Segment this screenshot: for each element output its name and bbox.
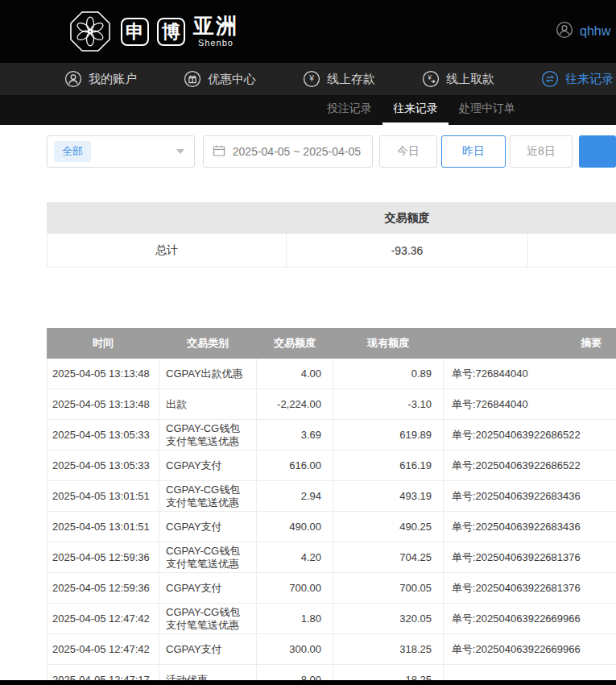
nav-label: 线上存款: [327, 72, 375, 87]
page: 申 博 亚洲 Shenbo qhhw: [0, 0, 616, 685]
cell-amount: 4.00: [257, 359, 333, 389]
type-select[interactable]: 全部: [47, 135, 195, 168]
top-header: 申 博 亚洲 Shenbo qhhw: [0, 0, 616, 63]
cell-type: CGPAY-CG钱包支付笔笔送优惠: [159, 542, 257, 573]
calendar-icon: [213, 144, 225, 160]
tab-label: 投注记录: [327, 102, 372, 116]
nav-label: 线上取款: [446, 72, 494, 87]
cell-type: CGPAY-CG钱包支付笔笔送优惠: [159, 604, 257, 634]
cell-amount: 4.20: [257, 542, 333, 573]
cell-type: 出款: [159, 389, 257, 420]
yesterday-button[interactable]: 昨日: [441, 135, 506, 168]
tab-transaction-records[interactable]: 往来记录: [382, 95, 449, 125]
nav-label: 优惠中心: [208, 72, 256, 87]
cell-time: 2025-04-05 13:13:48: [48, 359, 159, 389]
nav-item-deposit[interactable]: ¥ 线上存款: [303, 70, 375, 88]
chevron-down-icon: [176, 149, 184, 154]
cell-summary: 单号:202504063922681376: [444, 573, 616, 604]
table-row: 2025-04-05 13:13:48 出款 -2,224.00 -3.10 单…: [48, 389, 616, 420]
nav-label: 往来记录: [565, 72, 614, 87]
cell-type: CGPAY-CG钱包支付笔笔送优惠: [159, 420, 257, 450]
cell-time: 2025-04-05 13:05:33: [48, 450, 159, 481]
nav-item-promotions[interactable]: 优惠中心: [184, 70, 256, 88]
nav-label: 我的账户: [89, 72, 137, 87]
cell-balance: 490.25: [333, 512, 444, 542]
table-header-row: 时间 交易类别 交易额度 现有额度 摘要: [48, 329, 616, 359]
summary-header-empty: [48, 203, 287, 234]
main-nav: 我的账户 优惠中心 ¥ 线上存款: [0, 63, 616, 95]
cell-time: 2025-04-05 12:59:36: [48, 542, 159, 573]
cell-time: 2025-04-05 12:47:42: [48, 634, 159, 665]
cell-type: CGPAY支付: [159, 573, 257, 604]
cell-balance: 619.89: [333, 420, 444, 450]
nav-item-withdraw[interactable]: ¥ 线上取款: [422, 70, 494, 88]
cell-type: CGPAY支付: [159, 634, 257, 665]
summary-total-label: 总计: [48, 234, 287, 268]
cell-summary: 单号:726844040: [444, 359, 616, 389]
svg-text:¥: ¥: [427, 74, 432, 81]
cell-balance: 0.89: [333, 359, 444, 389]
last-8-days-button[interactable]: 近8日: [510, 135, 573, 168]
cell-summary: 单号:202504063922686522: [444, 420, 616, 450]
account-icon: [64, 70, 82, 88]
table-row: 2025-04-05 12:59:36 CGPAY支付 700.00 700.0…: [48, 573, 616, 604]
col-header-amount: 交易额度: [257, 329, 333, 359]
table-row: 2025-04-05 12:47:42 CGPAY-CG钱包支付笔笔送优惠 1.…: [48, 604, 616, 634]
records-icon: [541, 70, 559, 88]
cell-time: 2025-04-05 13:13:48: [48, 389, 159, 420]
logo-char-bo: 博: [157, 18, 185, 46]
cell-amount: 1.80: [257, 604, 333, 634]
cell-type: CGPAY支付: [159, 512, 257, 542]
tab-processing-orders[interactable]: 处理中订单: [449, 95, 526, 125]
summary-empty-cell: [528, 234, 616, 268]
sub-nav: 投注记录 往来记录 处理中订单: [0, 95, 616, 125]
withdraw-icon: ¥: [422, 70, 440, 88]
cell-balance: 493.19: [333, 481, 444, 512]
deposit-icon: ¥: [303, 70, 320, 88]
cell-time: 2025-04-05 13:01:51: [48, 481, 159, 512]
cell-balance: 616.19: [333, 450, 444, 481]
search-button-partial[interactable]: [579, 135, 616, 168]
bottom-bar: [0, 680, 616, 685]
cell-time: 2025-04-05 13:01:51: [48, 512, 159, 542]
cell-summary: 单号:202504063922669966: [444, 604, 616, 634]
tab-label: 处理中订单: [459, 102, 515, 116]
table-row: 2025-04-05 13:01:51 CGPAY-CG钱包支付笔笔送优惠 2.…: [48, 481, 616, 512]
cell-type: CGPAY-CG钱包支付笔笔送优惠: [159, 481, 257, 512]
cell-amount: 490.00: [257, 512, 333, 542]
type-select-value[interactable]: 全部: [54, 141, 91, 162]
col-header-summary: 摘要: [444, 329, 616, 359]
cell-amount: -2,224.00: [257, 389, 333, 420]
table-row: 2025-04-05 12:47:42 CGPAY支付 300.00 318.2…: [48, 634, 616, 665]
logo-region-text: 亚洲: [193, 15, 238, 36]
cell-balance: -3.10: [333, 389, 444, 420]
svg-text:¥: ¥: [308, 74, 314, 83]
logo-latin-text: Shenbo: [198, 39, 234, 48]
tab-label: 往来记录: [393, 102, 438, 116]
flower-logo-icon: [68, 9, 113, 54]
tab-betting-records[interactable]: 投注记录: [316, 95, 382, 125]
cell-type: CGPAY出款优惠: [159, 359, 257, 389]
table-row: 2025-04-05 13:13:48 CGPAY出款优惠 4.00 0.89 …: [48, 359, 616, 389]
date-range-input[interactable]: 2025-04-05 ~ 2025-04-05: [203, 135, 373, 168]
table-row: 2025-04-05 12:59:36 CGPAY-CG钱包支付笔笔送优惠 4.…: [48, 542, 616, 573]
today-button[interactable]: 今日: [379, 135, 437, 168]
cell-amount: 300.00: [257, 634, 333, 665]
cell-time: 2025-04-05 12:59:36: [48, 573, 159, 604]
cell-balance: 320.05: [333, 604, 444, 634]
cell-summary: 单号:202504063922669966: [444, 634, 616, 665]
user-account-area[interactable]: qhhw: [556, 0, 610, 63]
cell-amount: 3.69: [257, 420, 333, 450]
summary-section: 交易额度 总计 -93.36: [47, 202, 616, 268]
user-avatar-icon: [556, 21, 573, 42]
table-row: 2025-04-05 13:01:51 CGPAY支付 490.00 490.2…: [48, 512, 616, 542]
nav-item-transaction-records[interactable]: 往来记录: [541, 70, 614, 88]
brand-logo[interactable]: 申 博 亚洲 Shenbo: [68, 0, 238, 63]
cell-type: CGPAY支付: [159, 450, 257, 481]
promo-icon: [184, 70, 201, 88]
cell-time: 2025-04-05 13:05:33: [48, 420, 159, 450]
cell-balance: 318.25: [333, 634, 444, 665]
nav-item-my-account[interactable]: 我的账户: [64, 70, 137, 88]
username-text[interactable]: qhhw: [580, 24, 610, 39]
filter-bar: 全部 2025-04-05 ~ 2025-04-05 今日 昨日 近8日: [47, 135, 616, 168]
